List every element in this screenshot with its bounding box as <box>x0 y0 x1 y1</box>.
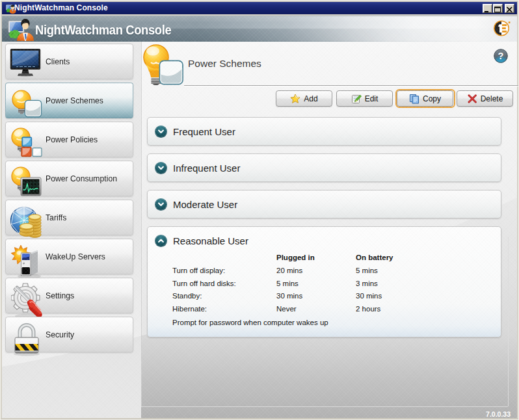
svg-text:?: ? <box>498 51 504 61</box>
